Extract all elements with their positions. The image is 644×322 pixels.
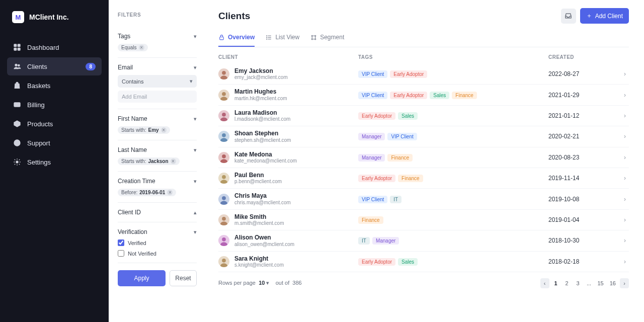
sidebar-item-billing[interactable]: Billing [7, 96, 102, 114]
filters-panel: FILTERS Tags ▾ Equals × Email ▾ Contains… [109, 0, 206, 322]
col-client: CLIENT [218, 54, 358, 60]
sidebar-item-baskets[interactable]: Baskets [7, 76, 102, 95]
add-client-button[interactable]: ＋ Add Client [580, 8, 629, 24]
table-row[interactable]: Paul Bennp.benn@mclient.comEarly Adoptor… [218, 168, 629, 189]
chevron-down-icon[interactable]: ▾ [266, 280, 269, 286]
email-condition-select[interactable]: Contains ▾ [118, 75, 197, 88]
rows-per-page-value[interactable]: 10 [259, 280, 265, 286]
pager-page[interactable]: 1 [551, 278, 560, 288]
close-icon[interactable]: × [171, 158, 176, 164]
svg-rect-11 [220, 37, 224, 39]
users-icon [13, 62, 21, 70]
reset-button[interactable]: Reset [170, 270, 197, 286]
svg-point-19 [315, 35, 316, 36]
tab-segment[interactable]: Segment [310, 29, 344, 47]
filter-creation-chip[interactable]: Before: 2019-06-01 × [118, 189, 176, 196]
plus-icon: ＋ [586, 12, 592, 20]
filter-email-label: Email [118, 64, 133, 71]
pager-page[interactable]: 2 [562, 278, 572, 288]
pager-page[interactable]: 3 [574, 278, 583, 288]
table-row[interactable]: Martin Hughesmartin.hk@mclient.comVIP Cl… [218, 85, 629, 105]
filter-tags-header[interactable]: Tags ▾ [118, 33, 197, 40]
table-row[interactable]: Alison Owenalison_owen@mclient.comITMana… [218, 230, 629, 251]
table-row[interactable]: Kate Medonakate_medona@mclient.comManage… [218, 147, 629, 168]
table-row[interactable]: Laura Madisonl.madisonk@mclient.comEarly… [218, 106, 629, 126]
inbox-icon-button[interactable] [561, 9, 576, 24]
pager-prev[interactable]: ‹ [540, 278, 549, 288]
svg-point-48 [222, 196, 226, 200]
sidebar-item-support[interactable]: Support [7, 134, 102, 152]
filter-verification-header[interactable]: Verification ▾ [118, 228, 197, 235]
pager-page[interactable]: 15 [596, 278, 606, 288]
tag-pill: VIP Client [358, 70, 387, 78]
svg-point-17 [267, 39, 267, 39]
sidebar: M MClient Inc. DashboardClients8BasketsB… [0, 0, 109, 322]
tab-list-view[interactable]: List View [266, 29, 299, 47]
chevron-right-icon: › [624, 258, 626, 265]
client-name: Martin Hughes [234, 88, 287, 95]
card-icon [13, 101, 21, 109]
svg-point-21 [315, 38, 316, 39]
filter-lastname-chip[interactable]: Starts with: Jackson × [118, 157, 180, 165]
tag-pill: Finance [358, 216, 383, 224]
filter-lastname-header[interactable]: Last Name ▾ [118, 146, 197, 153]
client-name: Chris Maya [234, 192, 291, 199]
filter-creation-header[interactable]: Creation Time ▾ [118, 178, 197, 185]
chevron-down-icon: ▾ [194, 229, 197, 235]
tag-pill: Early Adoptor [390, 70, 427, 78]
segment-icon [310, 34, 317, 41]
globe-icon [13, 139, 21, 147]
filter-clientid-label: Client ID [118, 209, 141, 216]
client-tags: Early AdoptorSales [358, 258, 548, 266]
not-verified-checkbox[interactable] [118, 250, 124, 257]
table-row[interactable]: Emy Jacksonemy_jack@mclient.comVIP Clien… [218, 64, 629, 85]
client-tags: VIP ClientIT [358, 195, 548, 203]
svg-point-28 [222, 92, 226, 96]
close-icon[interactable]: × [167, 190, 173, 195]
filters-title: FILTERS [118, 12, 197, 18]
filter-firstname-header[interactable]: First Name ▾ [118, 115, 197, 122]
tab-overview[interactable]: Overview [218, 29, 255, 47]
svg-point-52 [222, 217, 226, 221]
table-row[interactable]: Chris Mayachris.maya@mclient.comVIP Clie… [218, 189, 629, 209]
sidebar-item-products[interactable]: Products [7, 115, 102, 133]
client-name: Alison Owen [234, 234, 294, 241]
client-tags: Early AdoptorSales [358, 112, 548, 120]
filter-clientid-header[interactable]: Client ID ▴ [118, 209, 197, 216]
chevron-right-icon: › [624, 70, 626, 77]
close-icon[interactable]: × [139, 45, 144, 50]
avatar [218, 194, 229, 205]
table-row[interactable]: Mike Smithm.smith@mclient.comFinance2019… [218, 210, 629, 230]
sidebar-item-dashboard[interactable]: Dashboard [7, 38, 102, 56]
tag-pill: Early Adoptor [358, 175, 395, 182]
pager-page[interactable]: 16 [608, 278, 618, 288]
pager-total: 386 [292, 280, 301, 286]
avatar [218, 90, 229, 101]
client-tags: Early AdoptorFinance [358, 174, 548, 182]
table-row[interactable]: Sara Knights.knight@mclient.comEarly Ado… [218, 252, 629, 272]
filter-firstname-chip[interactable]: Starts with: Emy × [118, 126, 170, 134]
brand: M MClient Inc. [7, 0, 102, 38]
close-icon[interactable]: × [161, 127, 167, 133]
svg-rect-6 [14, 103, 20, 107]
client-email: emy_jack@mclient.com [234, 74, 288, 80]
filter-email-header[interactable]: Email ▾ [118, 64, 197, 71]
client-email: p.benn@mclient.com [234, 179, 282, 185]
email-value-input[interactable] [118, 91, 197, 103]
client-tags: ManagerFinance [358, 153, 548, 162]
pager-next[interactable]: › [620, 278, 629, 288]
chevron-right-icon: › [624, 175, 626, 182]
svg-point-36 [222, 133, 226, 137]
verified-checkbox[interactable] [118, 239, 124, 246]
sidebar-item-settings[interactable]: Settings [7, 153, 102, 171]
svg-point-32 [222, 113, 226, 117]
filter-tags-chip[interactable]: Equals × [118, 44, 148, 51]
verified-checkbox-row[interactable]: Verified [118, 239, 197, 246]
not-verified-checkbox-row[interactable]: Not Verified [118, 250, 197, 257]
client-email: kate_medona@mclient.com [234, 158, 297, 164]
sidebar-item-clients[interactable]: Clients8 [7, 57, 102, 75]
table-row[interactable]: Shoan Stephenstephen.sh@mclient.comManag… [218, 126, 629, 147]
apply-button[interactable]: Apply [118, 270, 166, 286]
avatar [218, 152, 229, 163]
created-date: 2018-10-30 [548, 237, 579, 244]
